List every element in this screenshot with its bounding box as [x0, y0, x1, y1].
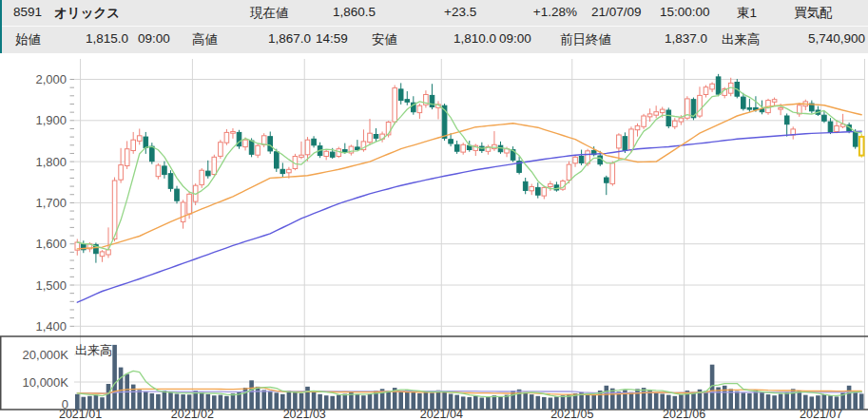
high-time: 14:59 [316, 31, 348, 46]
ticker-name: オリックス [54, 5, 120, 22]
svg-text:出来高: 出来高 [75, 343, 112, 357]
svg-text:1,600: 1,600 [35, 237, 67, 251]
svg-text:10,000K: 10,000K [23, 375, 69, 390]
svg-text:0: 0 [62, 397, 68, 411]
open-time: 09:00 [138, 31, 170, 46]
open-label: 始値 [15, 31, 41, 48]
svg-text:1,700: 1,700 [35, 196, 67, 210]
prev-close-value: 1,837.0 [635, 31, 707, 46]
svg-text:1,800: 1,800 [35, 155, 67, 169]
low-value: 1,810.0 [425, 31, 496, 46]
svg-text:20,000K: 20,000K [23, 348, 69, 362]
ticker-code: 8591 [13, 5, 42, 19]
svg-text:2,000: 2,000 [35, 72, 67, 86]
svg-text:1,400: 1,400 [35, 319, 67, 334]
chart-area[interactable]: 1,4001,5001,6001,7001,8001,9002,0002021/… [0, 53, 868, 420]
volume-label: 出来高 [722, 31, 761, 48]
svg-text:1,900: 1,900 [35, 113, 67, 127]
quote-header: 8591 オリックス 現在値 1,860.5 +23.5 +1.28% 21/0… [0, 0, 868, 53]
price-change-percent: +1.28% [520, 5, 577, 19]
prev-close-label: 前日終値 [560, 31, 611, 48]
candlestick-chart[interactable]: 1,4001,5001,6001,7001,8001,9002,0002021/… [0, 53, 868, 420]
quote-time: 15:00:00 [660, 5, 710, 19]
current-price-value: 1,860.5 [309, 5, 376, 19]
market-segment: 東1 [737, 5, 757, 22]
low-time: 09:00 [499, 31, 531, 46]
volume-value: 5,740,900 [780, 31, 865, 46]
open-value: 1,815.0 [60, 31, 128, 46]
high-value: 1,867.0 [240, 31, 311, 46]
low-label: 安値 [372, 31, 397, 48]
high-label: 高値 [192, 31, 218, 48]
svg-text:1,500: 1,500 [35, 278, 67, 293]
quote-date: 21/07/09 [591, 5, 642, 19]
quote-status: 買気配 [794, 5, 833, 22]
price-change: +23.5 [444, 5, 476, 19]
current-price-label: 現在値 [250, 5, 289, 22]
